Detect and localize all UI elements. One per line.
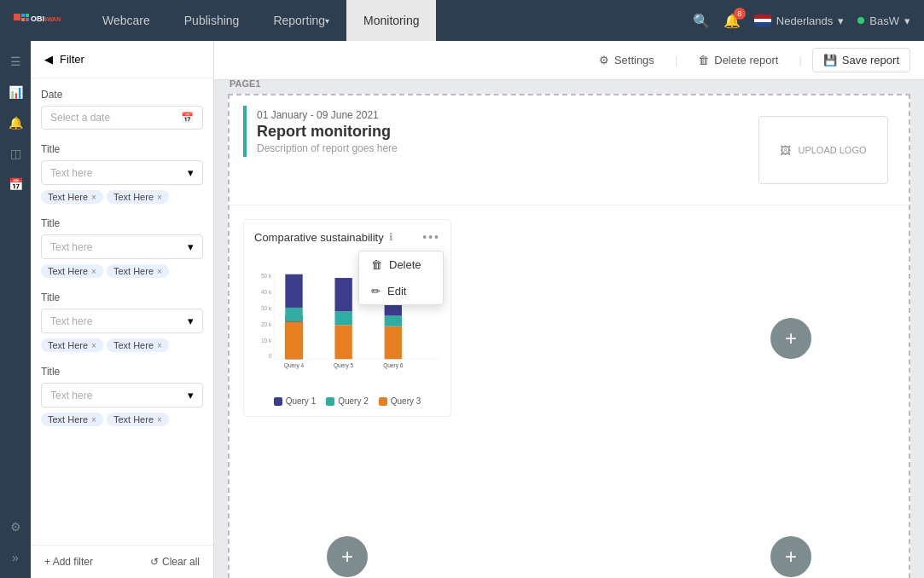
filter-header-label: Filter <box>60 53 84 66</box>
filter-section-2-tags: Text Here × Text Here × <box>41 338 203 352</box>
filter-tag: Text Here × <box>41 190 103 204</box>
sidebar-icon-settings[interactable]: ⚙ <box>2 513 29 540</box>
sidebar-icon-document[interactable]: ☰ <box>2 48 29 75</box>
chart-widget-header: Comparative sustainability ℹ ••• <box>254 230 440 244</box>
notifications-icon[interactable]: 🔔 8 <box>724 13 741 29</box>
chart-title: Comparative sustainability ℹ <box>254 231 393 244</box>
report-text-block: 01 January - 09 June 2021 Report monitor… <box>257 109 398 154</box>
filter-tag: Text Here × <box>41 264 103 278</box>
save-icon: 💾 <box>823 54 837 66</box>
upload-logo-icon: 🖼 <box>780 144 791 157</box>
add-widget-button-top-right[interactable]: + <box>770 318 811 359</box>
report-header-content: 01 January - 09 June 2021 Report monitor… <box>230 95 738 205</box>
lang-chevron-icon: ▾ <box>838 14 844 27</box>
online-status-icon <box>857 17 864 24</box>
settings-button[interactable]: ⚙ Settings <box>589 49 665 72</box>
nav-webcare[interactable]: Webcare <box>85 0 167 41</box>
legend-query1-color <box>274 397 282 406</box>
filter-tag-remove-icon[interactable]: × <box>157 267 162 276</box>
nav-items: Webcare Publishing Reporting Monitoring <box>85 0 436 41</box>
filter-tag: Text Here × <box>107 338 169 352</box>
filter-tag: Text Here × <box>41 413 103 426</box>
filter-section-2-select[interactable]: Text here ▾ <box>41 309 203 333</box>
svg-rect-2 <box>26 14 29 17</box>
add-widget-button-mid-left[interactable]: + <box>327 536 368 577</box>
user-menu[interactable]: BasW ▾ <box>857 14 910 27</box>
svg-text:Query 5: Query 5 <box>334 362 354 369</box>
upload-logo-button[interactable]: 🖼 UPLOAD LOGO <box>758 116 888 184</box>
svg-rect-18 <box>334 325 352 359</box>
flag-icon <box>754 14 771 26</box>
toolbar: ⚙ Settings | 🗑 Delete report | 💾 Save re… <box>214 41 924 80</box>
legend-query2: Query 2 <box>326 396 369 406</box>
svg-rect-3 <box>21 18 25 21</box>
delete-report-button[interactable]: 🗑 Delete report <box>688 49 788 72</box>
legend-query2-color <box>326 397 334 406</box>
user-chevron-icon: ▾ <box>904 14 910 27</box>
filter-section-1-tags: Text Here × Text Here × <box>41 264 203 278</box>
filter-tag-remove-icon[interactable]: × <box>91 193 96 202</box>
filter-header[interactable]: ◀ Filter <box>31 41 213 78</box>
svg-text:30 k: 30 k <box>261 305 272 311</box>
context-menu-delete[interactable]: 🗑 Delete <box>359 251 443 278</box>
filter-section-2-placeholder: Text here <box>50 315 92 327</box>
filter-tag: Text Here × <box>107 190 169 204</box>
svg-text:4WAN: 4WAN <box>44 16 61 22</box>
filter-section-3-tags: Text Here × Text Here × <box>41 413 203 426</box>
date-input[interactable]: Select a date 📅 <box>41 106 203 130</box>
svg-rect-17 <box>285 275 302 308</box>
date-filter-section: Date Select a date 📅 <box>41 89 203 130</box>
filter-section-1-select[interactable]: Text here ▾ <box>41 234 203 259</box>
filter-section-3-label: Title <box>41 366 203 378</box>
toolbar-divider: | <box>675 54 677 66</box>
language-label: Nederlands <box>776 14 834 27</box>
filter-section-0-select[interactable]: Text here ▾ <box>41 160 203 185</box>
search-icon[interactable]: 🔍 <box>693 13 710 29</box>
nav-reporting[interactable]: Reporting <box>256 0 346 41</box>
sidebar-icon-layers[interactable]: ◫ <box>2 140 29 167</box>
filter-tag-remove-icon[interactable]: × <box>91 415 96 425</box>
report-area: PAGE1 01 January - 09 June 2021 Report m… <box>214 80 924 578</box>
username-label: BasW <box>869 14 899 27</box>
filter-tag-remove-icon[interactable]: × <box>91 341 96 350</box>
sidebar-icon-bell[interactable]: 🔔 <box>2 109 29 136</box>
filter-section-3-select[interactable]: Text here ▾ <box>41 383 203 407</box>
filter-section-0-tags: Text Here × Text Here × <box>41 190 203 204</box>
svg-rect-22 <box>385 315 402 326</box>
add-filter-button[interactable]: + Add filter <box>44 556 93 568</box>
nav-publishing[interactable]: Publishing <box>167 0 257 41</box>
filter-tag-remove-icon[interactable]: × <box>91 267 96 276</box>
filter-section-2-chevron-icon: ▾ <box>188 315 194 327</box>
logo[interactable]: OBI 4WAN <box>14 8 65 33</box>
legend-query3-color <box>379 397 387 406</box>
notification-badge: 8 <box>734 8 746 20</box>
language-selector[interactable]: Nederlands ▾ <box>754 14 845 27</box>
chart-menu-button[interactable]: ••• <box>422 230 440 244</box>
report-page: PAGE1 01 January - 09 June 2021 Report m… <box>228 94 910 578</box>
svg-rect-20 <box>334 278 352 311</box>
save-report-button[interactable]: 💾 Save report <box>812 48 910 72</box>
filter-tag-remove-icon[interactable]: × <box>157 415 162 425</box>
filter-section-0: Title Text here ▾ Text Here × Text Here … <box>41 143 203 204</box>
add-area-mid-left: + <box>243 471 451 578</box>
filter-tag-remove-icon[interactable]: × <box>157 193 162 202</box>
context-menu-edit[interactable]: ✏ Edit <box>359 278 443 304</box>
filter-section-2-label: Title <box>41 292 203 303</box>
nav-right: 🔍 🔔 8 Nederlands ▾ BasW ▾ <box>693 13 910 29</box>
chart-info-icon[interactable]: ℹ <box>389 231 393 243</box>
sidebar-icon-expand[interactable]: » <box>2 544 29 571</box>
filter-tag-remove-icon[interactable]: × <box>157 341 162 350</box>
sidebar-icon-calendar[interactable]: 📅 <box>2 171 29 198</box>
add-row-2: + + <box>230 471 909 578</box>
add-area-top-center <box>465 219 673 458</box>
svg-rect-15 <box>285 322 302 360</box>
clear-all-button[interactable]: ↺ Clear all <box>150 556 200 568</box>
filter-footer: + Add filter ↺ Clear all <box>31 545 213 578</box>
svg-text:Query 4: Query 4 <box>284 362 305 369</box>
nav-monitoring[interactable]: Monitoring <box>346 0 436 41</box>
filter-collapse-icon: ◀ <box>44 53 53 66</box>
svg-text:0: 0 <box>269 354 272 360</box>
add-widget-button-mid-right[interactable]: + <box>770 536 811 577</box>
sidebar-icon-chart[interactable]: 📊 <box>2 78 29 106</box>
filter-tag: Text Here × <box>107 413 169 426</box>
